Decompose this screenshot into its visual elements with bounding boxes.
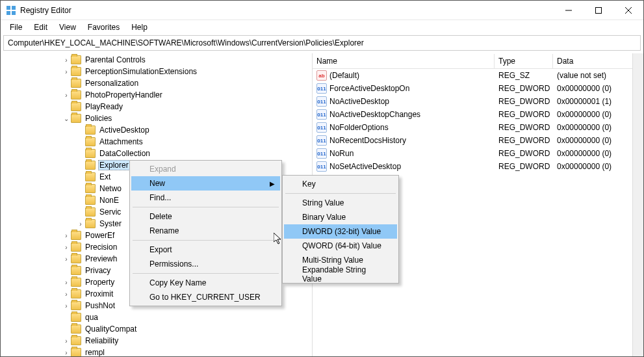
menu-item-label: Copy Key Name bbox=[149, 278, 206, 287]
tree-item[interactable]: ›Parental Controls bbox=[3, 54, 312, 66]
tree-item[interactable]: ›rempl bbox=[3, 347, 312, 356]
value-type: REG_DWORD bbox=[495, 149, 553, 158]
chevron-right-icon[interactable]: › bbox=[62, 256, 71, 263]
menu-item[interactable]: Go to HKEY_CURRENT_USER bbox=[131, 290, 280, 304]
menu-view[interactable]: View bbox=[54, 21, 81, 33]
close-button[interactable] bbox=[613, 1, 643, 20]
menu-item-label: Find... bbox=[149, 193, 171, 202]
chevron-right-icon[interactable]: › bbox=[62, 244, 71, 251]
menu-favorites[interactable]: Favorites bbox=[83, 21, 125, 33]
tree-item[interactable]: ActiveDesktop bbox=[3, 124, 312, 136]
tree-item-label: PowerEf bbox=[84, 231, 116, 240]
menu-edit[interactable]: Edit bbox=[29, 21, 53, 33]
value-data: 0x00000000 (0) bbox=[553, 123, 643, 132]
value-row[interactable]: 011ForceActiveDesktopOnREG_DWORD0x000000… bbox=[313, 82, 643, 95]
tree-item[interactable]: PlayReady bbox=[3, 101, 312, 112]
tree-item-label: Precision bbox=[84, 243, 118, 252]
chevron-right-icon[interactable]: › bbox=[62, 57, 71, 64]
value-row[interactable]: 011NoRunREG_DWORD0x00000000 (0) bbox=[313, 147, 643, 160]
tree-item-label: Attachments bbox=[98, 137, 144, 146]
chevron-right-icon[interactable]: › bbox=[62, 232, 71, 239]
chevron-down-icon[interactable]: ⌄ bbox=[62, 115, 71, 122]
minimize-button[interactable] bbox=[554, 1, 584, 20]
value-name: NoRun bbox=[329, 149, 354, 158]
tree-item[interactable]: DataCollection bbox=[3, 148, 312, 159]
tree-item[interactable]: ⌄Policies bbox=[3, 112, 312, 124]
menu-file[interactable]: File bbox=[5, 21, 27, 33]
chevron-right-icon[interactable]: › bbox=[76, 220, 85, 228]
dword-value-icon: 011 bbox=[316, 148, 327, 159]
tree-item-label: Parental Controls bbox=[84, 55, 147, 64]
menu-item-label: Multi-String Value bbox=[302, 256, 363, 265]
folder-icon bbox=[85, 219, 96, 228]
tree-item[interactable]: QualityCompat bbox=[3, 323, 312, 335]
tree-item[interactable]: ›PerceptionSimulationExtensions bbox=[3, 66, 312, 77]
menu-help[interactable]: Help bbox=[126, 21, 153, 33]
menu-separator bbox=[133, 273, 279, 274]
chevron-right-icon[interactable]: › bbox=[62, 68, 71, 75]
tree-item[interactable]: ›Reliability bbox=[3, 335, 312, 347]
menu-item[interactable]: Binary Value bbox=[284, 210, 397, 224]
tree-item[interactable]: ›PhotoPropertyHandler bbox=[3, 89, 312, 101]
value-row[interactable]: 011NoFolderOptionsREG_DWORD0x00000000 (0… bbox=[313, 121, 643, 134]
menu-item[interactable]: Expandable String Value bbox=[284, 267, 397, 282]
folder-icon bbox=[71, 266, 81, 275]
dword-value-icon: 011 bbox=[316, 109, 327, 120]
chevron-right-icon[interactable]: › bbox=[62, 92, 71, 99]
menu-item-label: QWORD (64-bit) Value bbox=[302, 241, 381, 250]
value-row[interactable]: 011NoSetActiveDesktopREG_DWORD0x00000000… bbox=[313, 160, 643, 173]
tree-item-label: ActiveDesktop bbox=[98, 126, 151, 135]
menu-item[interactable]: String Value bbox=[284, 196, 397, 210]
folder-icon bbox=[71, 67, 81, 76]
menu-item[interactable]: DWORD (32-bit) Value bbox=[284, 224, 397, 239]
tree-item-label: Personalization bbox=[84, 79, 140, 88]
svg-rect-1 bbox=[12, 6, 16, 10]
menu-item[interactable]: Export bbox=[131, 243, 280, 257]
menu-item[interactable]: QWORD (64-bit) Value bbox=[284, 239, 397, 253]
value-row[interactable]: 011NoActiveDesktopREG_DWORD0x00000001 (1… bbox=[313, 95, 643, 108]
column-header-type[interactable]: Type bbox=[495, 54, 553, 68]
chevron-right-icon[interactable]: › bbox=[62, 349, 71, 356]
menu-item[interactable]: Find... bbox=[131, 191, 280, 205]
column-header-name[interactable]: Name bbox=[313, 54, 495, 68]
value-row[interactable]: ab(Default)REG_SZ(value not set) bbox=[313, 69, 643, 82]
menu-item-label: String Value bbox=[302, 198, 344, 207]
tree-item[interactable]: Attachments bbox=[3, 136, 312, 148]
list-header: Name Type Data bbox=[313, 53, 643, 69]
address-bar[interactable]: Computer\HKEY_LOCAL_MACHINE\SOFTWARE\Mic… bbox=[3, 35, 641, 51]
menu-item[interactable]: Delete bbox=[131, 209, 280, 224]
menu-item[interactable]: Permissions... bbox=[131, 257, 280, 271]
menu-item[interactable]: Rename bbox=[131, 224, 280, 238]
chevron-right-icon[interactable]: › bbox=[62, 279, 71, 286]
value-row[interactable]: 011NoActiveDesktopChangesREG_DWORD0x0000… bbox=[313, 108, 643, 121]
value-data: 0x00000000 (0) bbox=[553, 110, 643, 119]
chevron-right-icon[interactable]: › bbox=[62, 302, 71, 310]
menu-item-label: Go to HKEY_CURRENT_USER bbox=[149, 293, 261, 302]
menu-item[interactable]: Key bbox=[284, 177, 397, 191]
tree-item-label: Explorer bbox=[98, 160, 130, 170]
svg-rect-5 bbox=[596, 7, 602, 13]
value-name: NoActiveDesktopChanges bbox=[329, 110, 420, 119]
value-data: 0x00000000 (0) bbox=[553, 84, 643, 93]
column-header-data[interactable]: Data bbox=[553, 54, 643, 68]
folder-icon bbox=[71, 231, 81, 240]
chevron-right-icon[interactable]: › bbox=[62, 337, 71, 345]
menu-item[interactable]: New▶ bbox=[131, 176, 280, 191]
tree-item[interactable]: Personalization bbox=[3, 77, 312, 89]
maximize-button[interactable] bbox=[584, 1, 613, 20]
chevron-right-icon[interactable]: › bbox=[62, 291, 71, 298]
value-row[interactable]: 011NoRecentDocsHistoryREG_DWORD0x0000000… bbox=[313, 134, 643, 147]
menu-item[interactable]: Copy Key Name bbox=[131, 276, 280, 290]
context-menu-new[interactable]: KeyString ValueBinary ValueDWORD (32-bit… bbox=[282, 175, 399, 284]
list-scrollbar[interactable] bbox=[632, 53, 643, 356]
folder-icon bbox=[71, 102, 81, 111]
menu-item-label: Rename bbox=[149, 226, 179, 235]
folder-icon bbox=[71, 313, 81, 322]
folder-icon bbox=[85, 137, 96, 146]
value-type: REG_DWORD bbox=[495, 162, 553, 171]
folder-icon bbox=[71, 348, 81, 356]
context-menu-key[interactable]: ExpandNew▶Find...DeleteRenameExportPermi… bbox=[129, 160, 282, 306]
tree-item[interactable]: qua bbox=[3, 311, 312, 323]
value-data: (value not set) bbox=[553, 71, 643, 80]
folder-icon bbox=[85, 207, 96, 217]
